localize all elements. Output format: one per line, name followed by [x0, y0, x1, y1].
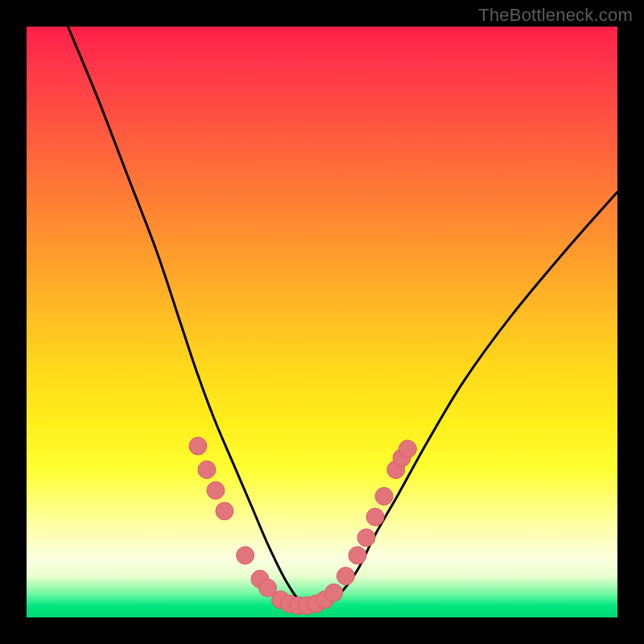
data-dot [357, 529, 375, 547]
data-dot [325, 584, 343, 601]
chart-svg [27, 27, 617, 617]
data-dot [198, 461, 216, 479]
data-dots-group [189, 437, 417, 614]
data-dot [216, 502, 233, 520]
watermark-text: TheBottleneck.com [478, 5, 633, 26]
data-dot [207, 481, 225, 499]
data-dot [375, 488, 393, 506]
chart-frame: TheBottleneck.com [0, 0, 644, 644]
data-dot [189, 437, 207, 455]
data-dot [237, 547, 254, 564]
data-dot [366, 508, 384, 526]
plot-area [27, 27, 617, 617]
data-dot [349, 547, 366, 564]
data-dot [398, 440, 416, 458]
data-dot [336, 568, 354, 585]
bottleneck-curve [68, 27, 617, 608]
